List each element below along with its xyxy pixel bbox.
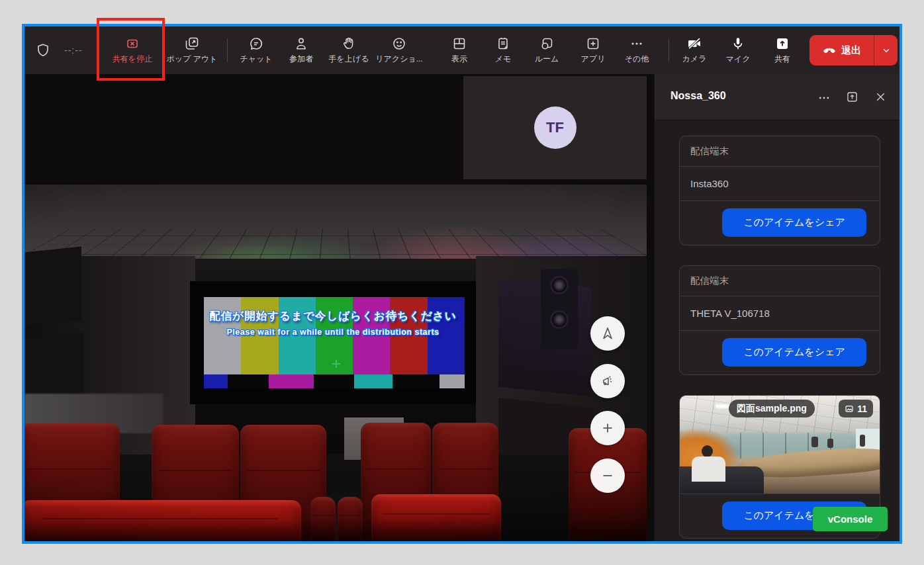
vconsole-button[interactable]: vConsole bbox=[813, 507, 888, 531]
share-item-button[interactable]: このアイテムをシェア bbox=[722, 208, 866, 237]
panel-close-button[interactable] bbox=[874, 90, 888, 104]
recenter-view-button[interactable] bbox=[590, 316, 625, 351]
test-pattern-screen: 配信が開始するまで今しばらくお待ちください Please wait for a … bbox=[190, 281, 476, 404]
apps-button[interactable]: アプリ bbox=[568, 26, 618, 74]
image-icon bbox=[845, 404, 854, 413]
person-figure bbox=[702, 445, 713, 457]
security-shield-icon[interactable] bbox=[35, 42, 51, 58]
share-button[interactable]: 共有 bbox=[757, 26, 808, 74]
device-card-label: 配信端末 bbox=[680, 136, 880, 166]
camera-off-icon bbox=[686, 36, 702, 52]
panel-title: Nossa_360 bbox=[670, 90, 726, 102]
popout-icon bbox=[184, 36, 200, 52]
device-card: 配信端末 Insta360 このアイテムをシェア bbox=[679, 136, 880, 245]
thumbnail-filename: 図面sample.png bbox=[729, 400, 815, 417]
device-card: 配信端末 THETA V_106718 このアイテムをシェア bbox=[679, 265, 880, 375]
device-card-label: 配信端末 bbox=[680, 266, 880, 296]
wait-message: 配信が開始するまで今しばらくお待ちください Please wait for a … bbox=[190, 309, 476, 337]
reactions-icon bbox=[391, 36, 407, 52]
share-screen-icon bbox=[774, 36, 790, 52]
close-icon bbox=[874, 90, 888, 104]
leave-options-chevron[interactable] bbox=[874, 35, 898, 65]
toolbar-divider bbox=[227, 38, 228, 62]
participants-button[interactable]: 参加者 bbox=[276, 26, 326, 74]
nossa-360-panel: Nossa_360 配信端末 Insta360 このアイテムをシェア 配信端末 bbox=[654, 74, 900, 541]
stop-share-icon bbox=[124, 36, 140, 52]
export-icon bbox=[845, 90, 859, 104]
participant-video-tile[interactable]: TF bbox=[463, 76, 647, 179]
theater-seat bbox=[338, 497, 363, 541]
reactions-button[interactable]: リアクショ... bbox=[370, 26, 428, 74]
leave-button[interactable]: 退出 bbox=[809, 35, 898, 65]
apps-icon bbox=[585, 36, 601, 52]
speaker-box bbox=[541, 269, 578, 349]
raise-hand-button[interactable]: 手を上げる bbox=[321, 26, 377, 74]
image-count-badge: 11 bbox=[839, 400, 873, 417]
ellipsis-icon bbox=[817, 91, 831, 105]
mic-button[interactable]: マイク bbox=[713, 26, 763, 74]
leave-label: 退出 bbox=[841, 44, 861, 57]
theater-seat bbox=[371, 494, 501, 541]
notes-icon bbox=[495, 36, 511, 52]
raise-hand-icon bbox=[341, 36, 357, 52]
participants-icon bbox=[293, 36, 309, 52]
plus-icon bbox=[600, 420, 616, 436]
theater-seat bbox=[310, 497, 336, 541]
panel-content: 配信端末 Insta360 このアイテムをシェア 配信端末 THETA V_10… bbox=[655, 121, 900, 541]
minus-icon bbox=[600, 468, 616, 484]
stop-share-button[interactable]: 共有を停止 bbox=[106, 26, 159, 74]
rooms-icon bbox=[539, 36, 555, 52]
device-name: THETA V_106718 bbox=[680, 296, 880, 330]
panel-popout-button[interactable] bbox=[845, 90, 859, 104]
panorama-thumbnail[interactable]: 図面sample.png 11 bbox=[680, 396, 880, 494]
chat-button[interactable]: チャット bbox=[231, 26, 281, 74]
view-button[interactable]: 表示 bbox=[434, 26, 485, 74]
audio-mute-button[interactable] bbox=[590, 364, 625, 398]
meeting-window: --:-- 共有を停止 ポップ アウト チャット 参加者 手を上げる リアクショ… bbox=[22, 24, 902, 544]
rooms-button[interactable]: ルーム bbox=[522, 26, 572, 74]
chevron-down-icon bbox=[880, 44, 892, 56]
chat-icon bbox=[248, 36, 264, 52]
main-content: TF bbox=[24, 74, 654, 541]
panel-more-button[interactable] bbox=[817, 91, 831, 105]
shared-screen-content[interactable]: 配信が開始するまで今しばらくお待ちください Please wait for a … bbox=[24, 185, 647, 541]
wait-message-jp: 配信が開始するまで今しばらくお待ちください bbox=[190, 309, 476, 324]
more-button[interactable]: その他 bbox=[612, 26, 662, 74]
share-item-button[interactable]: このアイテムをシェア bbox=[722, 338, 866, 367]
notes-button[interactable]: メモ bbox=[478, 26, 528, 74]
device-name: Insta360 bbox=[680, 167, 880, 200]
panel-header: Nossa_360 bbox=[655, 74, 900, 120]
participant-avatar: TF bbox=[534, 107, 577, 149]
navigation-arrow-icon bbox=[599, 325, 616, 342]
theater-seat bbox=[24, 500, 301, 541]
zoom-in-button[interactable] bbox=[590, 411, 625, 445]
megaphone-muted-icon bbox=[600, 373, 616, 389]
popout-button[interactable]: ポップ アウト bbox=[164, 26, 220, 74]
zoom-out-button[interactable] bbox=[590, 458, 625, 493]
camera-button[interactable]: カメラ bbox=[669, 26, 719, 74]
mic-icon bbox=[730, 36, 746, 52]
view-grid-icon bbox=[451, 36, 467, 52]
meeting-timer: --:-- bbox=[64, 45, 99, 56]
meeting-toolbar: --:-- 共有を停止 ポップ アウト チャット 参加者 手を上げる リアクショ… bbox=[24, 26, 900, 74]
crosshair-marker bbox=[332, 360, 340, 368]
phone-icon bbox=[822, 43, 837, 58]
wait-message-en: Please wait for a while until the distri… bbox=[190, 327, 476, 337]
more-icon bbox=[629, 36, 645, 52]
